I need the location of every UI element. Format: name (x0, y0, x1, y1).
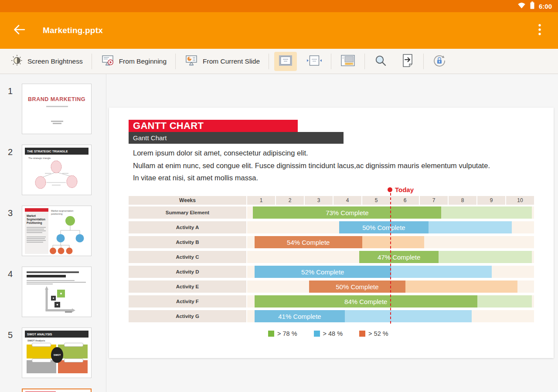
rotation-lock-button[interactable] (429, 52, 449, 71)
gantt-row: Summary Element73% Complete (129, 206, 534, 219)
gantt-row-label: Summary Element (129, 206, 246, 219)
thumb1-title: BRAND MARKETING (22, 96, 91, 102)
gantt-row-label: Activity F (129, 295, 246, 308)
thumb3-title: Market Segmentation Positioning (27, 214, 47, 225)
thumbnail-preview: THE STRATEGIC TRIANGLE The strategic tri… (22, 145, 92, 195)
rotation-lock-icon (432, 54, 446, 69)
slide-thumbnail-1[interactable]: 1 BRAND MARKETING (0, 84, 106, 145)
gantt-bar-progress: 54% Complete (255, 236, 363, 248)
slide-canvas[interactable]: GANTT CHART Gantt Chart Lorem ipsum dolo… (109, 108, 554, 358)
back-button[interactable] (10, 21, 29, 40)
thumbnail-number: 4 (8, 269, 13, 279)
overflow-menu-icon (538, 24, 541, 37)
gantt-row-label: Activity G (129, 310, 246, 322)
legend-item: > 78 % (268, 330, 297, 337)
weeks-column-header: Weeks (129, 196, 246, 205)
slide-thumbnail-4[interactable]: 4 (0, 267, 106, 328)
from-beginning-label: From Beginning (119, 57, 167, 65)
today-marker: Today (388, 186, 414, 193)
gantt-bar-progress: 50% Complete (339, 221, 429, 233)
week-header-cell: 9 (477, 196, 505, 205)
gantt-row: Activity D52% Complete (129, 266, 534, 278)
gantt-row-label: Activity C (129, 251, 246, 263)
thumb5-subtitle: SWOT Analysis (27, 339, 45, 342)
thumb2-title: THE STRATEGIC TRIANGLE (25, 148, 88, 155)
gantt-bar-label: 73% Complete (326, 209, 368, 216)
slide-paragraph: Lorem ipsum dolor sit amet, consectetur … (133, 147, 490, 184)
view-mode-slide-button[interactable] (303, 52, 326, 71)
brightness-icon (11, 54, 23, 68)
play-from-current-icon (184, 54, 198, 69)
view-mode-notes-button[interactable] (337, 52, 359, 71)
screen-brightness-button[interactable]: Screen Brightness (4, 49, 89, 74)
paragraph-line: Nullam at enim nunc, sed congue elit. Fu… (133, 159, 490, 172)
gantt-bar-label: 50% Complete (336, 283, 378, 291)
week-header-cell: 7 (420, 196, 448, 205)
go-to-slide-icon (401, 54, 414, 69)
paragraph-line: In vitae erat nisi, sit amet mollis mass… (133, 172, 490, 184)
slide-thumbnail-panel: 1 BRAND MARKETING 2 THE STRATEGIC TRIANG… (0, 74, 106, 392)
clock: 6:00 (539, 3, 552, 10)
document-title: Marketing.pptx (43, 26, 103, 35)
thumbnail-preview: SWOT ANALYSIS SWOT Analysis SWOT (22, 328, 92, 378)
gantt-bar-label: 41% Complete (278, 313, 321, 320)
gantt-bar-label: 52% Complete (301, 268, 344, 276)
thumb5-center-label: SWOT (51, 347, 63, 363)
from-current-slide-button[interactable]: From Current Slide (178, 49, 266, 74)
gantt-bar-label: 54% Complete (287, 239, 330, 246)
today-dot-icon (388, 187, 392, 192)
slide-thumbnail-5[interactable]: 5 SWOT ANALYSIS SWOT Analysis SWOT (0, 328, 106, 389)
week-header-cell: 1 (247, 196, 275, 205)
gantt-bar-label: 50% Complete (362, 224, 405, 231)
week-header-cell: 2 (276, 196, 304, 205)
view-mode-normal-button[interactable] (274, 52, 297, 71)
gantt-bar-progress: 73% Complete (253, 206, 441, 219)
week-header-cell: 10 (506, 196, 534, 205)
gantt-bar-progress: 84% Complete (255, 295, 478, 308)
screen-brightness-label: Screen Brightness (27, 57, 83, 65)
gantt-header-row: Weeks 12345678910 (129, 196, 535, 205)
thumbnail-preview (22, 267, 92, 317)
thumbnail-number: 2 (8, 147, 13, 157)
today-label: Today (395, 186, 414, 193)
legend-item: > 52 % (359, 330, 388, 337)
toolbar: Screen Brightness From Beginning (0, 49, 558, 74)
search-button[interactable] (371, 52, 391, 71)
week-header-cell: 5 (362, 196, 390, 205)
gantt-row: Activity B54% Complete (129, 236, 534, 248)
thumbnail-preview: Market Segmentation Positioning Market s… (22, 206, 92, 256)
gantt-row-label: Activity A (129, 221, 246, 233)
go-to-slide-button[interactable] (398, 52, 418, 71)
gantt-bar-label: 47% Complete (378, 253, 420, 261)
legend-swatch (359, 331, 365, 337)
toolbar-divider (175, 54, 176, 69)
thumbnail-number: 3 (8, 208, 13, 218)
overflow-menu-button[interactable] (532, 21, 548, 40)
app-screen: 6:00 Marketing.pptx Screen Brightn (0, 0, 558, 392)
from-beginning-button[interactable]: From Beginning (94, 49, 173, 74)
from-current-slide-label: From Current Slide (203, 57, 260, 65)
week-header-cell: 4 (333, 196, 361, 205)
legend-label: > 48 % (323, 330, 343, 337)
legend-swatch (314, 331, 320, 337)
chart-legend: > 78 %> 48 %> 52 % (268, 330, 388, 337)
content-area: 1 BRAND MARKETING 2 THE STRATEGIC TRIANG… (0, 74, 558, 392)
toolbar-divider (331, 54, 331, 69)
week-header-cell: 3 (305, 196, 333, 205)
slide-title: GANTT CHART (129, 120, 298, 132)
notes-view-icon (340, 54, 356, 68)
gantt-bar-progress: 52% Complete (255, 266, 391, 278)
gantt-row: Activity A50% Complete (129, 221, 534, 233)
gantt-bar-label: 84% Complete (344, 298, 387, 305)
slide-thumbnail-2[interactable]: 2 THE STRATEGIC TRIANGLE The strategic t… (0, 145, 106, 206)
gantt-row-label: Activity E (129, 280, 246, 293)
today-dashed-line (390, 193, 391, 324)
status-bar: 6:00 (0, 0, 558, 12)
normal-view-icon (278, 54, 293, 68)
battery-icon (530, 1, 535, 11)
slide-thumbnail-3[interactable]: 3 Market Segmentation Positioning Market… (0, 206, 106, 267)
gantt-bar-progress: 41% Complete (255, 310, 345, 322)
slide-subtitle: Gantt Chart (129, 132, 344, 144)
gantt-rows: Summary Element73% CompleteActivity A50%… (129, 206, 534, 325)
slide-thumbnail-6[interactable]: 6 (0, 389, 106, 392)
